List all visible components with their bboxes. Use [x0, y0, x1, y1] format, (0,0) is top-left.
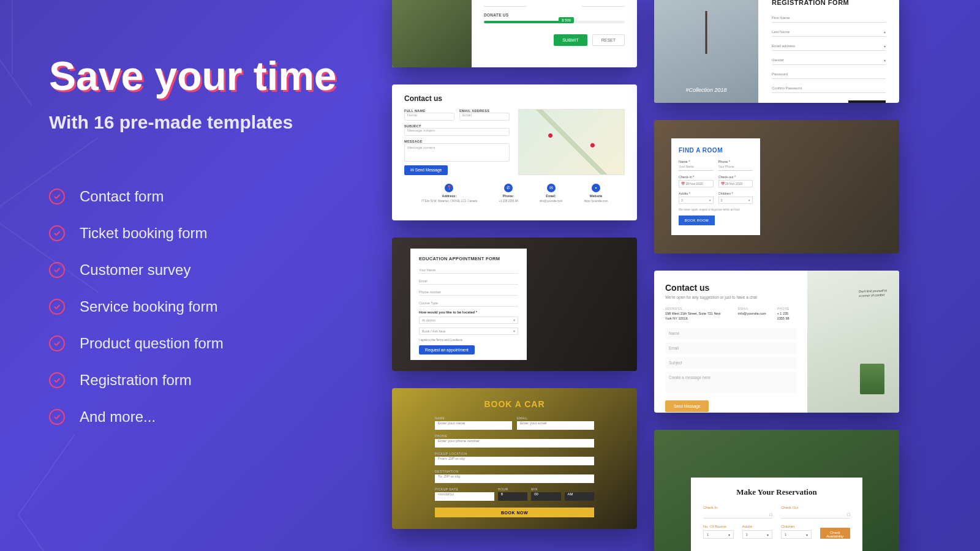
donate-slider[interactable]: $ 500 — [484, 21, 625, 23]
date-input[interactable]: mm/dd/yy — [435, 492, 494, 501]
handwritten-note: Don't limit yourself to a corner of comf… — [859, 288, 889, 298]
name-input[interactable]: Your Name — [679, 165, 714, 171]
text-input[interactable]: Your Name — [419, 266, 518, 274]
terms-text[interactable]: I agree to the Terms and Conditions — [419, 339, 518, 342]
check-availability-button[interactable]: Check Availability — [820, 528, 851, 539]
text-input[interactable] — [484, 0, 527, 7]
card-image: #Collection 2018 — [654, 0, 758, 103]
feature-item: Ticket booking form — [49, 225, 368, 242]
password-input[interactable]: Password — [772, 70, 886, 79]
field-label: PHONE — [777, 307, 796, 310]
subject-input[interactable]: Message subject — [404, 128, 510, 136]
feature-label: Ticket booking form — [80, 225, 208, 242]
template-card-contact-map: Contact us FULL NAMEName EMAIL ADDRESSEm… — [392, 84, 637, 220]
select-input[interactable]: At dorms▾ — [419, 317, 518, 324]
text-input[interactable]: Email address▾ — [772, 42, 886, 51]
select-input[interactable]: 1▾ — [781, 530, 812, 539]
field-label: MIN — [531, 487, 560, 491]
card-title: FIND A ROOM — [679, 147, 753, 154]
calendar-icon: ☐ — [847, 512, 850, 517]
register-button[interactable]: Register → — [848, 100, 886, 103]
card-subtitle: We're open for any suggestion or just to… — [665, 295, 796, 299]
card-title: Contact us — [665, 283, 796, 293]
phone-input[interactable]: Your Phone — [718, 165, 753, 171]
feature-item: Registration form — [49, 372, 368, 389]
field-label: EMAIL — [738, 307, 766, 310]
question-label: How would you like to be located * — [419, 310, 518, 314]
destination-input[interactable]: To: ZIP or city — [435, 474, 594, 483]
field-label: PICKUP DATE — [435, 487, 494, 491]
card-title: BOOK A CAR — [392, 399, 637, 409]
book-now-button[interactable]: BOOK NOW — [435, 508, 594, 517]
chevron-down-icon: ▾ — [884, 44, 886, 48]
date-input[interactable]: 📅 29 Nov 2020 — [718, 180, 753, 187]
text-input[interactable]: Email — [419, 277, 518, 285]
select-input[interactable]: 3▾ — [718, 197, 753, 204]
field-label: DONATE US — [484, 13, 625, 17]
text-input[interactable] — [582, 0, 625, 7]
text-input[interactable]: Phone number — [419, 288, 518, 296]
headline: Save your time — [49, 55, 368, 97]
field-label: Adults * — [679, 192, 714, 195]
check-icon — [49, 372, 65, 388]
template-cards-area: PHONE NUMBER * PAYABLE AT DONATE US $ 50… — [392, 0, 980, 551]
name-input[interactable]: Name — [404, 113, 454, 121]
date-input[interactable]: 📅 28 Nov 2020 — [679, 180, 714, 187]
card-image — [392, 0, 472, 67]
select-input[interactable]: 1▾ — [742, 530, 773, 539]
pickup-input[interactable]: From: ZIP or city — [435, 457, 594, 465]
name-input[interactable]: Enter your name — [435, 421, 512, 430]
send-message-button[interactable]: ✉ Send Message — [404, 165, 448, 175]
phone-input[interactable]: Enter your phone number — [435, 439, 594, 448]
field-label: Check-out * — [718, 175, 753, 179]
template-card-contact: Contact us We're open for any suggestion… — [654, 271, 899, 413]
date-input[interactable]: ☐ — [703, 511, 772, 519]
select-input[interactable]: 1▾ — [703, 530, 734, 539]
text-input[interactable]: Course Type — [419, 299, 518, 307]
request-button[interactable]: Request an appointment — [419, 345, 475, 354]
field-label: Adults — [742, 525, 773, 528]
book-room-button[interactable]: BOOK ROOM — [679, 216, 715, 225]
text-input[interactable]: First Name — [772, 13, 886, 23]
ampm-select[interactable]: AM — [565, 492, 594, 501]
message-textarea[interactable]: Create a message here — [665, 372, 796, 393]
select-input[interactable]: Gender▾ — [772, 56, 886, 65]
check-icon — [49, 409, 65, 425]
select-input[interactable]: 3▾ — [679, 197, 714, 204]
email-input[interactable]: Email — [459, 113, 510, 121]
field-label: PICKUP LOCATION — [435, 452, 594, 455]
min-select[interactable]: 00 — [531, 492, 560, 501]
template-card-registration: #Collection 2018 REGISTRATION FORM First… — [654, 0, 899, 103]
feature-item: Product question form — [49, 335, 368, 352]
field-label: PHONE — [435, 434, 594, 438]
name-input[interactable]: Name — [665, 328, 796, 339]
field-label: Check In — [703, 506, 772, 509]
subject-input[interactable]: Subject — [665, 358, 796, 369]
card-title: EDUCATION APPOINTMENT FORM — [419, 256, 518, 261]
feature-list: Contact form Ticket booking form Custome… — [49, 188, 368, 425]
card-image: Don't limit yourself to a corner of comf… — [807, 271, 899, 413]
email-input[interactable]: Enter your email — [517, 421, 594, 430]
chevron-down-icon: ▾ — [513, 329, 515, 333]
reset-button[interactable]: RESET — [592, 34, 625, 46]
email-text: info@yoursite.com — [738, 312, 766, 317]
chevron-down-icon: ▾ — [884, 30, 886, 34]
send-message-button[interactable]: Send Message — [665, 400, 709, 412]
message-textarea[interactable]: Message content — [404, 143, 510, 162]
chevron-down-icon: ▾ — [513, 318, 515, 322]
card-title: REGISTRATION FORM — [772, 0, 886, 6]
map-widget[interactable] — [518, 109, 625, 175]
contact-info-address: 📍Address:77 Elm St W, Waterloo, ON N3L 1… — [421, 184, 477, 203]
select-input[interactable]: Book / Ask here▾ — [419, 328, 518, 335]
template-card-reservation: Make Your Reservation Check In☐ Check Ou… — [654, 430, 899, 551]
hour-select[interactable]: 8 — [498, 492, 527, 501]
submit-button[interactable]: SUBMIT — [554, 34, 587, 46]
email-input[interactable]: Email — [665, 343, 796, 354]
chevron-down-icon: ▾ — [767, 533, 769, 537]
date-input[interactable]: ☐ — [781, 511, 850, 519]
feature-label: Customer survey — [80, 261, 190, 279]
password-input[interactable]: Confirm Password — [772, 84, 886, 93]
field-label: Check-in * — [679, 175, 714, 179]
text-input[interactable]: Last Name▾ — [772, 28, 886, 37]
card-title: Contact us — [404, 94, 625, 103]
